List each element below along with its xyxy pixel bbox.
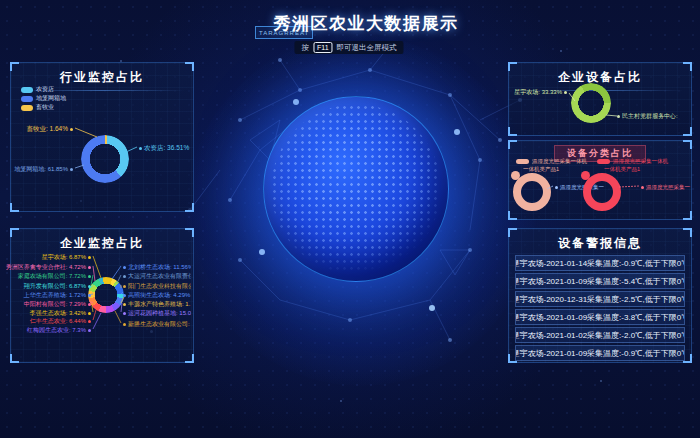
globe-visualization (263, 96, 449, 282)
legend-label: 地笼网箱地 (36, 94, 66, 103)
pie-label-text: 北刘桥生态农场: 11.56% (128, 263, 191, 272)
corner-bracket (508, 127, 517, 136)
pie-label-text: 运河花园种植基地: 15.02% (128, 309, 191, 318)
pie-label-text: 家庭农场有限公司: 7.72% (18, 272, 86, 281)
industry-donut-chart[interactable] (81, 135, 129, 183)
corner-bracket (683, 62, 692, 71)
pie-callout: 温湿度光照采集一 (641, 184, 690, 191)
pie-callout-text: 农资店: 36.51% (144, 144, 189, 153)
pie-label: 红梅园生态农业: 7.3% (13, 326, 91, 335)
corner-bracket (683, 127, 692, 136)
category-donut-right[interactable] (583, 173, 621, 211)
corner-bracket (10, 354, 19, 363)
panel-title: 企业设备占比 (509, 69, 691, 86)
corner-bracket (508, 211, 517, 220)
alert-row: 星宇农场-2020-12-31采集温度:-2.5℃,低于下限0℃ (515, 291, 685, 307)
legend-label: 温湿度光照采集一体机 (613, 158, 668, 165)
fullscreen-hint-bar: 按 F11 即可退出全屏模式 (294, 41, 403, 54)
pie-label: 仁丰生态农业: 6.44% (13, 317, 91, 326)
enterprise-donut-chart[interactable] (88, 277, 124, 313)
pie-label: 阳门生态农业科技有限公 (123, 282, 191, 291)
corner-bracket (10, 203, 19, 212)
panel-industry-monitor: 行业监控占比 农资店 地笼网箱地 畜牧业 畜牧业: 1.64% 农资店: 36.… (10, 62, 194, 212)
pie-label-text: 仁丰生态农业: 6.44% (30, 317, 86, 326)
pie-callout-text: 温湿度光照采集一 (646, 184, 690, 191)
background-dot (340, 400, 342, 402)
pie-label-text: 中阳村有限公司: 7.29% (24, 300, 86, 309)
alert-row: 星宇农场-2021-01-02采集温度:-2.0℃,低于下限0℃ (515, 327, 685, 343)
globe-dot-texture (271, 104, 441, 274)
background-dot (600, 380, 602, 382)
panel-title: 行业监控占比 (11, 69, 193, 86)
panel-title: 企业监控占比 (11, 235, 193, 252)
pie-label-text: 秀洲区养禽专业合作社: 4.72% (6, 263, 86, 272)
pie-callout-nongzidian: 农资店: 36.51% (139, 144, 189, 153)
legend-item-xumuye[interactable]: 畜牧业 (21, 103, 54, 112)
alert-row: 星宇农场-2021-01-09采集温度:-5.4℃,低于下限0℃ (515, 273, 685, 289)
panel-enterprise-monitor: 企业监控占比 星宇农场: 6.87% 秀洲区养禽专业合作社: 4.72% 家庭农… (10, 228, 194, 363)
pie-label-text: 翔升发有限公司: 6.87% (24, 282, 86, 291)
legend-item-nongzidian[interactable]: 农资店 (21, 85, 54, 94)
panel-device-category: 设备分类占比 温湿度光照采集一体机 一体机类产品1 温湿度光照采集一 温湿度光照… (508, 140, 692, 220)
hint-prefix: 按 (301, 43, 309, 53)
corner-bracket (185, 62, 194, 71)
pie-label-text: 新塍生态农业有限公司: 6.87 (128, 320, 191, 329)
legend-swatch (21, 96, 33, 102)
pie-callout-minzhucun: 民主村党群服务中心: (617, 112, 678, 121)
corner-bracket (508, 62, 517, 71)
pie-label: 翔升发有限公司: 6.87% (13, 282, 91, 291)
pie-callout-text: 民主村党群服务中心: (622, 112, 678, 121)
background-dot (560, 50, 562, 52)
corner-bracket (683, 228, 692, 237)
panel-device-alerts: 设备警报信息 星宇农场-2021-01-14采集温度:-0.9℃,低于下限0℃ … (508, 228, 692, 363)
pie-callout-xingyu: 星宇农场: 33.33% (509, 88, 567, 97)
pie-callout-text: 畜牧业: 1.64% (26, 125, 68, 134)
legend-label: 温湿度光照采集一体机 (532, 158, 587, 165)
corner-bracket (683, 211, 692, 220)
category-donut-right-knob (581, 171, 590, 180)
pie-callout-dilongwangxiang: 地笼网箱地: 61.85% (11, 165, 73, 174)
corner-bracket (508, 228, 517, 237)
dashboard-stage: TARAGRREAT 秀洲区农业大数据展示 按 F11 即可退出全屏模式 行业监… (0, 0, 700, 438)
category-donut-left[interactable] (513, 173, 551, 211)
pie-callout-xumuye: 畜牧业: 1.64% (15, 125, 73, 134)
page-title: 秀洲区农业大数据展示 (274, 12, 459, 35)
pie-label-text: 星宇农场: 6.87% (42, 253, 86, 262)
panel-enterprise-device: 企业设备占比 星宇农场: 33.33% 民主村党群服务中心: (508, 62, 692, 136)
pie-callout-text: 星宇农场: 33.33% (514, 88, 562, 97)
pie-label: 运河花园种植基地: 15.02% (123, 309, 191, 318)
pie-label: 上华生态养殖场: 1.72% (13, 291, 91, 300)
alert-row: 星宇农场-2021-01-14采集温度:-0.9℃,低于下限0℃ (515, 255, 685, 271)
corner-bracket (683, 140, 692, 149)
legend-swatch (21, 105, 33, 111)
pie-label: 大运河生态农业有限责任公 (123, 272, 191, 281)
pie-callout-text: 地笼网箱地: 61.85% (14, 165, 68, 174)
corner-bracket (185, 354, 194, 363)
legend-item[interactable]: 温湿度光照采集一体机 (516, 158, 587, 165)
corner-bracket (10, 62, 19, 71)
legend-item[interactable]: 温湿度光照采集一体机 (597, 158, 668, 165)
legend-swatch (516, 159, 529, 164)
pie-label-text: 上华生态养殖场: 1.72% (24, 291, 86, 300)
legend-item-dilongwangxiang[interactable]: 地笼网箱地 (21, 94, 66, 103)
pie-label: 家庭农场有限公司: 7.72% (13, 272, 91, 281)
corner-bracket (508, 140, 517, 149)
corner-bracket (185, 228, 194, 237)
pie-label: 星宇农场: 6.87% (13, 253, 91, 262)
legend-label: 农资店 (36, 85, 54, 94)
legend-label: 畜牧业 (36, 103, 54, 112)
panel-title: 设备警报信息 (509, 235, 691, 252)
pie-label: 丰源水产特色养殖场: 1. (123, 300, 191, 309)
pie-label-text: 丰源水产特色养殖场: 1. (128, 300, 190, 309)
pie-label: 北刘桥生态农场: 11.56% (123, 263, 191, 272)
category-donut-left-knob (511, 171, 520, 180)
pie-label-text: 高照街生态农场: 4.29% (128, 291, 190, 300)
pie-label-text: 大运河生态农业有限责任公 (128, 272, 191, 281)
device-ratio-donut-chart[interactable] (571, 83, 611, 123)
legend-sub-label[interactable]: 一体机类产品1 (523, 166, 559, 173)
f11-key-badge: F11 (313, 42, 333, 53)
pie-label-text: 阳门生态农业科技有限公 (128, 282, 191, 291)
legend-sub-label[interactable]: 一体机类产品1 (604, 166, 640, 173)
legend-swatch (597, 159, 610, 164)
pie-label: 高照街生态农场: 4.29% (123, 291, 191, 300)
